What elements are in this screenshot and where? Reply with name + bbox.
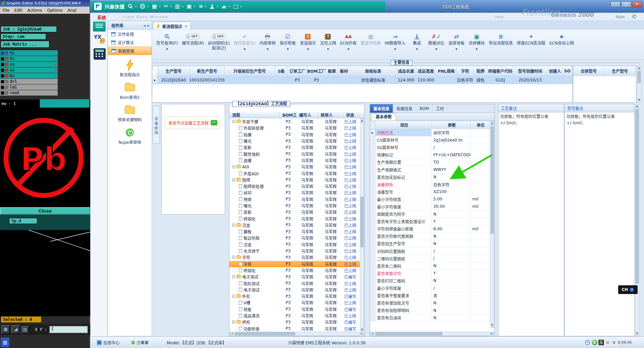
layer-select-box[interactable]: [1, 74, 4, 78]
param-value-cell[interactable]: /: [432, 144, 471, 151]
tab-new-process-instruction[interactable]: 新流程指示 ✕: [153, 22, 191, 30]
tp-layer-label[interactable]: tp.d: [9, 218, 37, 224]
param-value-cell[interactable]: 30.00: [432, 203, 471, 211]
column-header[interactable]: BOM工厂: [307, 66, 326, 76]
tool-item[interactable]: Nope单审核: [108, 126, 152, 145]
param-row[interactable]: 二维码位置图纸/: [370, 255, 491, 263]
process-node-row[interactable]: V槽P3马军辉马军辉已上网: [229, 299, 360, 306]
process-node-row[interactable]: 退膜P3马军辉马军辉已上网: [229, 157, 360, 164]
dropdown-caret-icon[interactable]: ▼: [307, 48, 309, 51]
layer-row[interactable]: bs◄: [0, 73, 58, 78]
process-node-row[interactable]: 功能检查P3马军辉马军辉已编写: [229, 326, 360, 332]
scroll-up-icon[interactable]: ▲: [637, 66, 641, 70]
main-info-data-row[interactable]: ▸2G1EJ02EA010010200141339P3P3京信通信标准124.0…: [152, 76, 636, 84]
ime-settings-icon[interactable]: ◨: [611, 340, 616, 345]
pin-right-icon[interactable]: ►: [147, 24, 150, 27]
param-row[interactable]: 是否打印二维码N: [370, 277, 491, 285]
info-center-item[interactable]: 信息中心: [97, 337, 119, 348]
scroll-right-icon[interactable]: ►: [360, 332, 364, 336]
column-header[interactable]: 创建人: [547, 66, 563, 76]
layer-select-box[interactable]: [1, 57, 4, 61]
close-button[interactable]: Close: [0, 207, 90, 215]
tool-item[interactable]: Bom查询2: [108, 81, 152, 100]
param-value-cell[interactable]: Y: [432, 218, 471, 225]
column-header[interactable]: 单位: [471, 121, 489, 129]
ge-menu-item[interactable]: File: [3, 8, 9, 13]
process-node-row[interactable]: −终检P3马军辉马军辉已编写: [229, 319, 360, 325]
layer-select-box[interactable]: [1, 85, 4, 89]
column-header[interactable]: 合拼型号: [573, 66, 604, 76]
process-node-row[interactable]: 丝印P3马军辉马军辉已上网: [229, 189, 360, 196]
process-node-row[interactable]: −外形P3马军辉马军辉已编写: [229, 293, 360, 299]
param-row[interactable]: 是否加生产型号N: [370, 240, 491, 247]
tab-info[interactable]: 工时: [433, 104, 448, 113]
column-header[interactable]: 板厚: [326, 66, 338, 76]
search-icon[interactable]: [128, 4, 133, 9]
ge-corner-icon[interactable]: ▥: [1, 338, 9, 347]
column-header[interactable]: 阻焊: [474, 66, 488, 76]
process-node-row[interactable]: 曝光P3马军辉马军辉已上网: [229, 138, 360, 144]
ribbon-button[interactable]: ★ECN自动上网: [548, 32, 576, 46]
scroll-left-icon[interactable]: ◄: [230, 332, 234, 336]
calculator-icon[interactable]: [94, 48, 106, 60]
column-header[interactable]: 成品宽度: [416, 66, 436, 76]
param-value-cell[interactable]: 6.00: [432, 225, 471, 233]
layer-select-box[interactable]: [1, 63, 4, 66]
process-node-row[interactable]: 阻焊前处理P3马军辉马军辉已上网: [229, 183, 360, 189]
system-menu[interactable]: 系统: [97, 14, 106, 20]
process-node-row[interactable]: 终固化P3马军辉马军辉已上网: [229, 267, 360, 274]
ribbon-button[interactable]: AAECN升级▼: [338, 32, 358, 51]
params-horizontal-scrollbar[interactable]: ◄ ►: [370, 332, 494, 336]
column-header[interactable]: 项目: [375, 121, 432, 129]
column-header[interactable]: 板材: [338, 66, 350, 76]
dropdown-caret-icon[interactable]: ▾: [182, 5, 183, 8]
param-row[interactable]: SS面菲林号/: [370, 144, 491, 151]
snap-grid-tool-icon[interactable]: ▦: [1, 325, 10, 334]
param-row[interactable]: 最小字符线宽5.00mil: [370, 196, 491, 203]
step-label[interactable]: Step: cam: [1, 34, 46, 40]
process-node-row[interactable]: −字符P3马军辉马军辉已上网: [229, 254, 360, 260]
dropdown-caret-icon[interactable]: ▾: [170, 5, 172, 8]
param-row[interactable]: 是否有增加批次号N: [370, 299, 491, 307]
process-node-row[interactable]: 字符P3马军辉马军辉已上网: [229, 261, 360, 267]
yx-logo-icon[interactable]: YX: [94, 34, 106, 47]
current-user-item[interactable]: 方睾睾: [131, 337, 149, 348]
language-bar[interactable]: CH ?: [618, 285, 638, 294]
equipment-structure-vertical-tab[interactable]: 设备结构: [153, 106, 160, 143]
process-node-row[interactable]: 显影P3马军辉马军辉已上网: [229, 144, 360, 151]
column-header[interactable]: 成品长度: [396, 66, 416, 76]
process-node-row[interactable]: 显影P3马军辉马军辉已上网: [229, 209, 360, 215]
toggle-off-switch[interactable]: OFF: [212, 34, 226, 39]
library-item[interactable]: 设计算法: [108, 38, 152, 47]
param-row[interactable]: 油墨颜色白色字符: [370, 181, 491, 188]
process-node-row[interactable]: 贴膜P3马军辉马军辉已上网: [229, 131, 360, 138]
param-value-cell[interactable]: 否: [432, 292, 471, 299]
notes-scrollbar[interactable]: ▲ ▼: [635, 104, 639, 336]
tab-info[interactable]: BOM: [416, 104, 433, 113]
scroll-thumb[interactable]: [361, 197, 364, 247]
ribbon-button[interactable]: ↓集成▼: [408, 32, 426, 51]
process-node-row[interactable]: 水洗烘干P3马军辉马军辉已上网: [229, 248, 360, 254]
ge-menu-item[interactable]: Edit: [14, 8, 22, 13]
param-row[interactable]: 字符到焊盘最小距离6.00mil: [370, 225, 491, 233]
ge-menu-item[interactable]: Actions: [27, 8, 42, 13]
ribbon-button[interactable]: 内部审核▼: [258, 32, 277, 51]
dropdown-caret-icon[interactable]: ▼: [327, 48, 329, 51]
layer-row[interactable]: drl: [0, 79, 58, 84]
param-row[interactable]: 是否有字符上表面处理设计Y: [370, 218, 491, 225]
menu-hamburger-icon[interactable]: [93, 21, 106, 32]
layer-row[interactable]: to: [0, 50, 58, 56]
ribbon-button[interactable]: ✔保存信息(S)▼: [232, 32, 257, 51]
column-header[interactable]: 编写人: [297, 112, 318, 118]
close-window-button[interactable]: ✕: [632, 1, 642, 7]
column-header[interactable]: 流程: [229, 112, 280, 118]
model-notes-tab[interactable]: 型号备注: [565, 104, 634, 112]
process-notes-tab[interactable]: 工艺备注: [498, 104, 564, 112]
globe-icon[interactable]: [140, 4, 145, 9]
toggle-off-switch[interactable]: OFF: [186, 34, 200, 39]
editor-canvas[interactable]: Pb: [0, 108, 90, 207]
column-header[interactable]: 字符: [457, 66, 474, 76]
param-row[interactable]: 识别码位置图纸/: [370, 248, 491, 255]
ime-mode-icon[interactable]: 五: [598, 340, 604, 345]
process-node-row[interactable]: −阻焊P3马军辉马军辉已上网: [229, 177, 360, 183]
